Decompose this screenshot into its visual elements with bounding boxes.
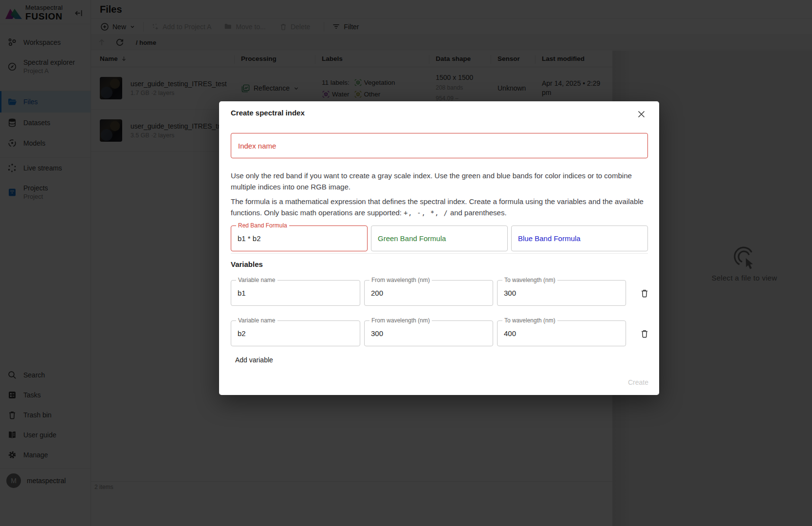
trash-icon <box>640 288 649 298</box>
green-band-formula-input[interactable] <box>371 226 507 251</box>
blue-band-formula-input[interactable] <box>512 226 647 251</box>
help-text-bands: Use only the red band if you want to cre… <box>231 170 647 192</box>
variables-section-title: Variables <box>231 260 263 268</box>
variable-name-field: Variable name <box>231 320 360 346</box>
to-wavelength-input[interactable] <box>498 281 626 305</box>
variable-row: Variable name From wavelength (nm) To wa… <box>231 280 650 306</box>
dialog-title: Create spectral index <box>231 109 305 117</box>
variable-row: Variable name From wavelength (nm) To wa… <box>231 320 650 346</box>
supported-operators: +, -, *, / <box>404 209 448 217</box>
create-button[interactable]: Create <box>622 375 654 390</box>
blue-band-formula-field <box>511 225 648 251</box>
to-wavelength-input[interactable] <box>498 321 626 346</box>
red-band-formula-label: Red Band Formula <box>236 222 289 229</box>
index-name-input[interactable] <box>231 133 648 158</box>
to-wavelength-field: To wavelength (nm) <box>497 280 626 306</box>
from-wavelength-input[interactable] <box>365 321 493 346</box>
delete-variable-button[interactable] <box>639 328 650 339</box>
app-screen: Metaspectral FUSION Workspaces <box>0 0 812 526</box>
add-variable-button[interactable]: Add variable <box>231 352 277 368</box>
from-wavelength-field: From wavelength (nm) <box>364 280 493 306</box>
delete-variable-button[interactable] <box>639 287 650 299</box>
close-button[interactable] <box>635 108 647 120</box>
red-band-formula-field: Red Band Formula <box>231 225 368 251</box>
variable-name-field: Variable name <box>231 280 360 306</box>
trash-icon <box>640 329 649 338</box>
to-wavelength-field: To wavelength (nm) <box>497 320 626 346</box>
from-wavelength-input[interactable] <box>365 281 493 305</box>
formula-fields: Red Band Formula <box>231 225 648 251</box>
variable-name-input[interactable] <box>231 321 360 346</box>
create-spectral-index-dialog: Create spectral index Use only the red b… <box>219 101 659 395</box>
variable-name-input[interactable] <box>231 281 360 305</box>
from-wavelength-field: From wavelength (nm) <box>364 320 493 346</box>
green-band-formula-field <box>371 225 508 251</box>
help-text-formula: The formula is a mathematical expression… <box>231 196 647 218</box>
divider <box>231 253 648 254</box>
close-icon <box>638 111 645 118</box>
red-band-formula-input[interactable] <box>231 226 367 251</box>
